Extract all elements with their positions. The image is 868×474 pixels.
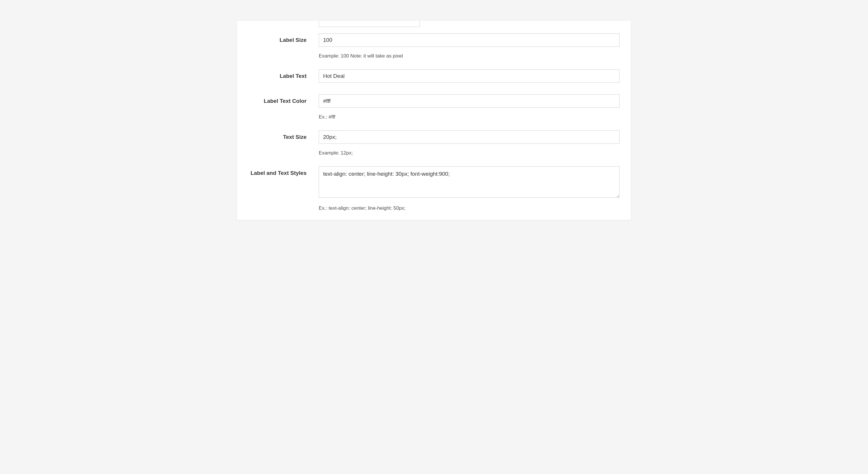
label-text-input[interactable] — [319, 69, 620, 83]
row-label-size: Label Size Example: 100 Note: it will ta… — [248, 33, 620, 59]
row-label-text: Label Text — [248, 69, 620, 83]
label-text-color-hint: Ex.: #fff — [319, 114, 620, 120]
text-size-input[interactable] — [319, 130, 620, 144]
label-and-text-styles-hint: Ex.: text-align: center; line-height: 50… — [319, 205, 620, 211]
label-text-color-input[interactable] — [319, 94, 620, 108]
cutoff-input[interactable] — [319, 21, 420, 27]
text-size-label: Text Size — [283, 134, 307, 140]
config-panel: Label Size Example: 100 Note: it will ta… — [237, 20, 631, 220]
label-size-input[interactable] — [319, 33, 620, 47]
row-text-size: Text Size Example: 12px; — [248, 130, 620, 156]
previous-field-fragment — [248, 21, 620, 27]
text-size-hint: Example: 12px; — [319, 150, 620, 156]
label-and-text-styles-textarea[interactable] — [319, 167, 620, 198]
row-label-and-text-styles: Label and Text Styles Ex.: text-align: c… — [248, 167, 620, 211]
label-size-hint: Example: 100 Note: it will take as pixel — [319, 53, 620, 59]
label-text-label: Label Text — [280, 73, 307, 79]
label-size-label: Label Size — [280, 37, 307, 43]
label-text-color-label: Label Text Color — [264, 98, 307, 104]
label-and-text-styles-label: Label and Text Styles — [251, 170, 307, 176]
row-label-text-color: Label Text Color Ex.: #fff — [248, 94, 620, 120]
